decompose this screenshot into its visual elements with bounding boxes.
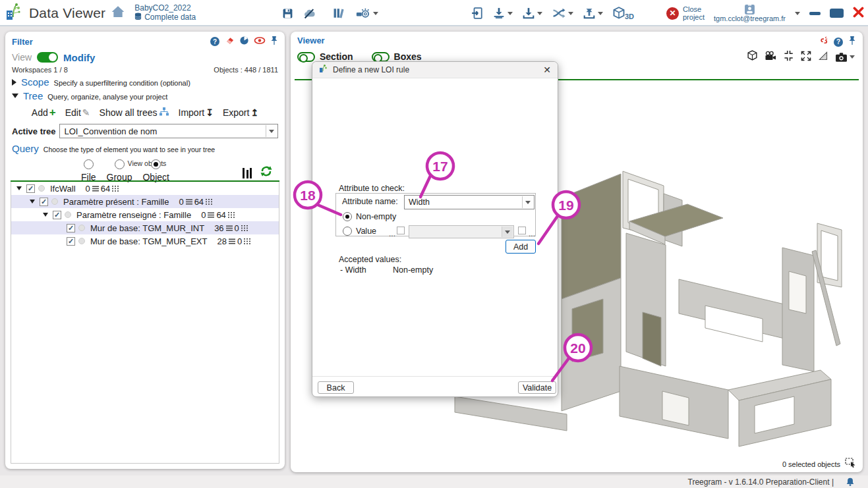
add-button[interactable]: Add: [506, 240, 536, 254]
table-row[interactable]: ✓ Mur de base: TGM_MUR_EXT 28 0: [11, 234, 279, 248]
attribute-name-value: Width: [409, 198, 430, 207]
value-checkbox-right[interactable]: [518, 227, 526, 234]
maximize-button[interactable]: [830, 9, 844, 18]
measure-icon[interactable]: [818, 51, 828, 64]
radio-object-circle[interactable]: [151, 159, 161, 169]
table-row[interactable]: ✓ IfcWall 0 64: [11, 182, 279, 195]
objects-count: Objects : 448 / 1811: [214, 66, 278, 74]
view-modify-toggle[interactable]: [37, 52, 58, 63]
section-toggle[interactable]: Section: [297, 51, 353, 62]
show-all-trees-button[interactable]: Show all trees: [100, 107, 169, 119]
value-checkbox-left[interactable]: [397, 227, 405, 234]
non-empty-radio[interactable]: [343, 212, 352, 221]
close-window-button[interactable]: [853, 7, 864, 20]
home-icon[interactable]: [111, 5, 125, 21]
video-camera-icon[interactable]: [765, 51, 777, 64]
shuffle-caret-icon[interactable]: [568, 12, 573, 15]
notification-bell-icon[interactable]: [846, 477, 855, 488]
add-tree-button[interactable]: Add +: [32, 106, 56, 119]
radio-file-circle[interactable]: [84, 159, 94, 169]
app-title: Data Viewer: [29, 5, 105, 21]
expand-icon[interactable]: [801, 51, 811, 64]
value-select[interactable]: [409, 225, 514, 238]
import-stamp-icon[interactable]: [492, 7, 513, 19]
row-status-dot: [78, 238, 85, 244]
selection-box-icon[interactable]: [845, 458, 856, 470]
row-checkbox[interactable]: ✓: [67, 237, 75, 246]
cloud-offline-icon[interactable]: [303, 8, 316, 19]
snapshot-camera-icon[interactable]: [835, 52, 855, 63]
row-checkbox[interactable]: ✓: [53, 211, 61, 219]
viewer-title: Viewer: [297, 36, 325, 45]
cube-icon[interactable]: [747, 50, 758, 64]
export-tree-button[interactable]: Export ↥: [223, 107, 258, 118]
eye-icon[interactable]: [254, 36, 266, 47]
attribute-name-select[interactable]: Width: [404, 195, 535, 209]
viewer-help-icon[interactable]: ?: [834, 38, 843, 47]
user-account-button[interactable]: tgm.cclot@treegram.fr: [714, 4, 786, 22]
view-3d-icon[interactable]: 3D: [612, 6, 634, 20]
dialog-close-icon[interactable]: ✕: [543, 65, 551, 75]
dialog-title: Define a new LOI rule: [333, 65, 538, 74]
import-tray-icon[interactable]: [522, 7, 542, 19]
radio-file[interactable]: File: [81, 159, 96, 182]
minimize-button[interactable]: [809, 12, 821, 15]
tree-section-header[interactable]: Tree Query, organize, analyse your proje…: [12, 90, 278, 101]
projector-icon[interactable]: [355, 7, 378, 19]
user-caret-icon[interactable]: [795, 12, 800, 15]
active-tree-select[interactable]: LOI_Convention de nom: [59, 124, 278, 138]
table-row[interactable]: ✓ Paramètre renseigné : Famille 0 64: [11, 208, 279, 221]
eraser-icon[interactable]: [224, 36, 235, 48]
export-file-icon[interactable]: [471, 7, 483, 19]
section-toggle-switch[interactable]: [297, 52, 315, 62]
projector-caret-icon[interactable]: [373, 12, 378, 15]
tree-list: ✓ IfcWall 0 64 ✓ Paramètre présent : Fam…: [11, 182, 279, 464]
dialog-title-bar[interactable]: Define a new LOI rule ✕: [312, 62, 558, 78]
library-icon[interactable]: [333, 7, 346, 19]
pin-icon[interactable]: [270, 36, 278, 48]
table-row[interactable]: ✓ Mur de base: TGM_MUR_INT 36 0: [11, 221, 279, 234]
boxes-toggle-switch[interactable]: [372, 52, 390, 62]
row-expand-icon[interactable]: [43, 213, 48, 217]
radio-group-circle[interactable]: [115, 159, 125, 169]
radio-object[interactable]: Object: [142, 159, 169, 182]
boxes-toggle[interactable]: Boxes: [372, 51, 422, 62]
compress-icon[interactable]: [784, 51, 794, 64]
pie-chart-icon[interactable]: [239, 36, 249, 48]
modify-mode-label: Modify: [63, 52, 95, 63]
row-checkbox[interactable]: ✓: [40, 198, 48, 206]
import-tray-caret-icon[interactable]: [537, 12, 542, 15]
row-expand-icon[interactable]: [30, 200, 35, 203]
upload-tray-icon[interactable]: [583, 7, 603, 19]
row-expand-icon[interactable]: [16, 186, 22, 190]
refresh-icon[interactable]: [260, 165, 273, 180]
grid-dots-icon: [206, 199, 212, 205]
grid-dots-icon: [112, 186, 119, 192]
table-row[interactable]: ✓ Paramètre présent : Famille 0 64: [11, 195, 279, 208]
scope-collapsed-icon[interactable]: [12, 79, 16, 86]
row-checkbox[interactable]: ✓: [26, 184, 35, 193]
value-radio[interactable]: [343, 227, 352, 236]
back-button[interactable]: Back: [318, 381, 354, 394]
viewer-pin-icon[interactable]: [848, 36, 856, 48]
upload-caret-icon[interactable]: [598, 12, 603, 15]
tree-expanded-icon[interactable]: [12, 94, 18, 98]
edit-tree-button[interactable]: Edit ✎: [65, 107, 90, 118]
scope-section-header[interactable]: Scope Specify a superfiltering condition…: [12, 76, 278, 88]
snapshot-caret-icon[interactable]: [850, 55, 855, 59]
radio-group-type[interactable]: Group: [107, 159, 132, 182]
close-project-button[interactable]: ✕ Close project: [666, 5, 705, 21]
save-icon[interactable]: [282, 8, 293, 19]
broken-link-icon[interactable]: [819, 36, 828, 48]
define-loi-rule-dialog: Define a new LOI rule ✕ Attribute to che…: [312, 61, 558, 397]
import-stamp-caret-icon[interactable]: [507, 12, 513, 15]
validate-button[interactable]: Validate: [518, 381, 556, 394]
export-tree-label: Export: [223, 107, 249, 118]
filter-help-icon[interactable]: ?: [210, 37, 219, 46]
shuffle-icon[interactable]: [552, 7, 573, 19]
columns-icon[interactable]: [243, 167, 252, 178]
value-dots-right: ...: [529, 229, 535, 238]
close-project-label-1: Close: [683, 5, 701, 13]
import-tree-button[interactable]: Import ↧: [179, 107, 214, 118]
row-checkbox[interactable]: ✓: [67, 224, 75, 232]
